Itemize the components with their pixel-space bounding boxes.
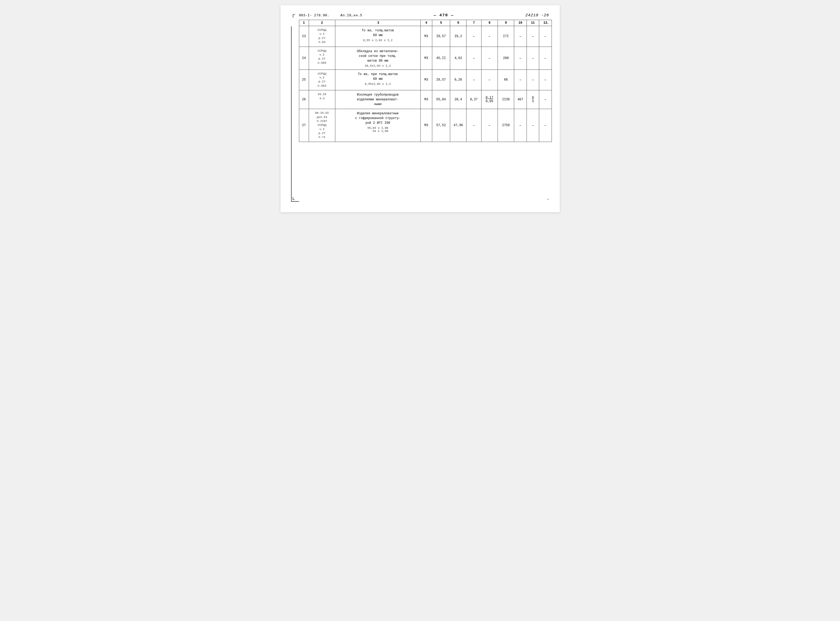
row-col9: 66 (497, 70, 514, 90)
drawing-number: 24218 -26 (525, 13, 549, 18)
header-col-1: 1 (299, 20, 309, 26)
row-unit: М3 (420, 70, 432, 90)
row-col11: – (526, 47, 539, 70)
row-col8: – (481, 109, 497, 142)
doc-ref: Ал.I8,кн.5 (340, 14, 362, 17)
row-col11: – (526, 26, 539, 47)
header-col-8: 8 (481, 20, 497, 26)
row-col5: I0,57 (432, 26, 450, 47)
row-col6: 20,4 (450, 90, 467, 109)
row-num: 23 (299, 26, 309, 47)
row-num: 25 (299, 70, 309, 90)
row-desc: Обкладка из металличе-ской сетки при тол… (335, 47, 420, 70)
row-col6: I6,2 (450, 26, 467, 47)
row-unit: М3 (420, 47, 432, 70)
table-row: 24 ССРЦЦч.Iр.IYп.505 Обкладка из металли… (299, 47, 552, 70)
doc-info: 903-I- 278.90. Ал.I8,кн.5 (299, 14, 362, 17)
row-unit: М3 (420, 90, 432, 109)
header-col-7: 7 (467, 20, 481, 26)
row-col11: – (526, 70, 539, 90)
row-col9: 208 (497, 47, 514, 70)
row-num: 24 (299, 47, 309, 70)
row-ref: ССРЦЦч.Iр.IYп.93 (309, 26, 335, 47)
header-area: 903-I- 278.90. Ал.I8,кн.5 — 470 — 24218 … (299, 13, 549, 18)
row-col7: – (467, 47, 481, 70)
row-col11: 93 (526, 90, 539, 109)
row-ref: 26-I64-3 (309, 90, 335, 109)
left-border (291, 26, 291, 202)
row-col9: II39 (497, 90, 514, 109)
row-ref: ССРЦЦч.Iр.IYп.503 (309, 70, 335, 90)
row-unit: М3 (420, 26, 432, 47)
table-row: 25 ССРЦЦч.Iр.IYп.503 То же, при толщ.мат… (299, 70, 552, 90)
row-col10: 467 (514, 90, 526, 109)
row-col8: – (481, 26, 497, 47)
row-col5: I0,57 (432, 70, 450, 90)
main-table: 1 2 3 4 5 6 7 8 9 10 11 12 23 ССРЦЦч.Iр.… (299, 20, 552, 142)
header-col-2: 2 (309, 20, 335, 26)
row-desc: То же, при толщ.матов60 мм 8,55хI,03 х I… (335, 70, 420, 90)
row-col12: – (539, 70, 552, 90)
row-unit: М3 (420, 109, 432, 142)
row-col5: 57,52 (432, 109, 450, 142)
header-col-4: 4 (420, 20, 432, 26)
row-col6: 4,62 (450, 47, 467, 70)
row-col11: – (526, 109, 539, 142)
row-col12: – (539, 47, 552, 70)
row-col5: 55,84 (432, 90, 450, 109)
row-ref: ССРЦЦч.Iр.IYп.505 (309, 47, 335, 70)
row-col7: 8,37 (467, 90, 481, 109)
row-col7: – (467, 109, 481, 142)
document-page: Г – 903-I- 278.90. Ал.I8,кн.5 — 470 — 24… (281, 5, 560, 212)
row-col8: – (481, 70, 497, 90)
row-col8: – (481, 47, 497, 70)
doc-number: 903-I- 278.90. (299, 14, 329, 17)
bottom-corner-mark: L (293, 197, 295, 201)
row-desc: Изоляция трубопроводовизделиями минерало… (335, 90, 420, 109)
row-col8: 0,170,05 (481, 90, 497, 109)
table-row: 26 26-I64-3 Изоляция трубопроводовиздели… (299, 90, 552, 109)
table-row: 27 06-I5-OIдоп.53п.II87ССРЦЦч.Iр.IYп.7I … (299, 109, 552, 142)
row-col12: – (539, 109, 552, 142)
row-col5: 45,II (432, 47, 450, 70)
corner-mark: Г (293, 13, 296, 19)
row-col10: – (514, 26, 526, 47)
row-col9: I7I (497, 26, 514, 47)
header-row: 1 2 3 4 5 6 7 8 9 10 11 12 (299, 20, 552, 26)
header-col-10: 10 (514, 20, 526, 26)
header-col-5: 5 (432, 20, 450, 26)
row-col7: – (467, 70, 481, 90)
row-col10: – (514, 109, 526, 142)
header-col-3: 3 (335, 20, 420, 26)
row-desc: Изделия минераловатныес гофрированной ст… (335, 109, 420, 142)
row-col10: – (514, 70, 526, 90)
row-ref: 06-I5-OIдоп.53п.II87ССРЦЦч.Iр.IYп.7I (309, 109, 335, 142)
dash-top-right: – (547, 21, 549, 25)
row-col10: – (514, 47, 526, 70)
bottom-border (291, 201, 299, 202)
row-col6: 6,26 (450, 70, 467, 90)
row-num: 26 (299, 90, 309, 109)
row-col12: – (539, 26, 552, 47)
table-row: 23 ССРЦЦч.Iр.IYп.93 То же, толщ.матов60 … (299, 26, 552, 47)
row-col6: 47,96 (450, 109, 467, 142)
page-number: — 470 — (434, 13, 454, 18)
bottom-dash-right: – (547, 197, 549, 201)
header-col-6: 6 (450, 20, 467, 26)
header-col-12: 12 (539, 20, 552, 26)
row-col9: 2759 (497, 109, 514, 142)
header-col-9: 9 (497, 20, 514, 26)
row-num: 27 (299, 109, 309, 142)
row-col7: – (467, 26, 481, 47)
row-desc: То же, толщ.матов60 мм 8,55 х I,03 х I,2 (335, 26, 420, 47)
header-col-11: 11 (526, 20, 539, 26)
row-col12: – (539, 90, 552, 109)
